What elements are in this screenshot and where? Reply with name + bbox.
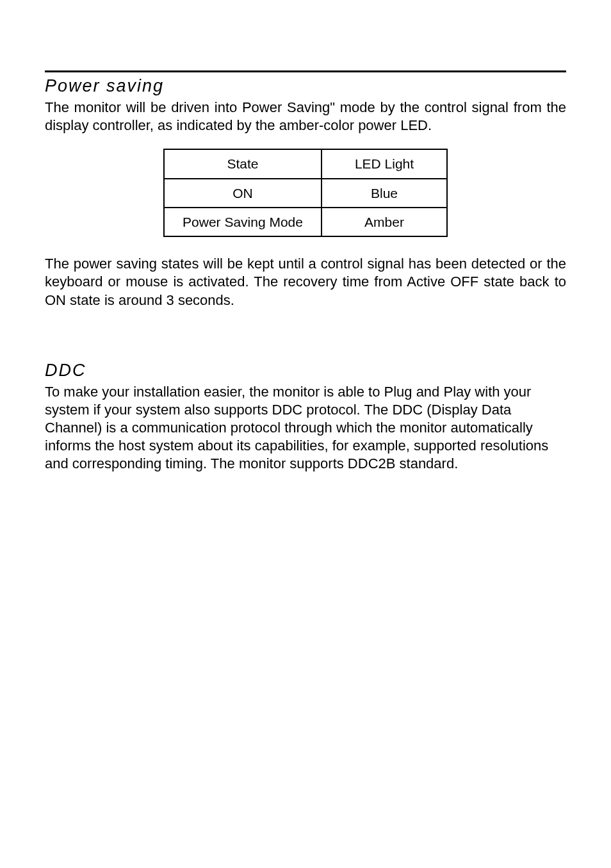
power-saving-intro-paragraph: The monitor will be driven into Power Sa… [45, 99, 566, 135]
cell-led-amber: Amber [322, 208, 447, 236]
horizontal-rule [45, 70, 566, 72]
cell-state-power-saving: Power Saving Mode [164, 208, 322, 236]
section-heading-power-saving: Power saving [45, 76, 566, 96]
section-spacer [45, 335, 566, 361]
ddc-body-paragraph: To make your installation easier, the mo… [45, 383, 566, 473]
document-page: Power saving The monitor will be driven … [0, 0, 611, 473]
table-row: Power Saving Mode Amber [164, 208, 447, 236]
power-saving-outro-paragraph: The power saving states will be kept unt… [45, 255, 566, 309]
led-state-table: State LED Light ON Blue Power Saving Mod… [163, 149, 448, 237]
table-row: ON Blue [164, 179, 447, 208]
led-state-table-container: State LED Light ON Blue Power Saving Mod… [45, 149, 566, 237]
table-header-row: State LED Light [164, 149, 447, 178]
section-heading-ddc: DDC [45, 361, 566, 381]
cell-state-on: ON [164, 179, 322, 208]
table-header-led: LED Light [322, 149, 447, 178]
cell-led-blue: Blue [322, 179, 447, 208]
table-header-state: State [164, 149, 322, 178]
